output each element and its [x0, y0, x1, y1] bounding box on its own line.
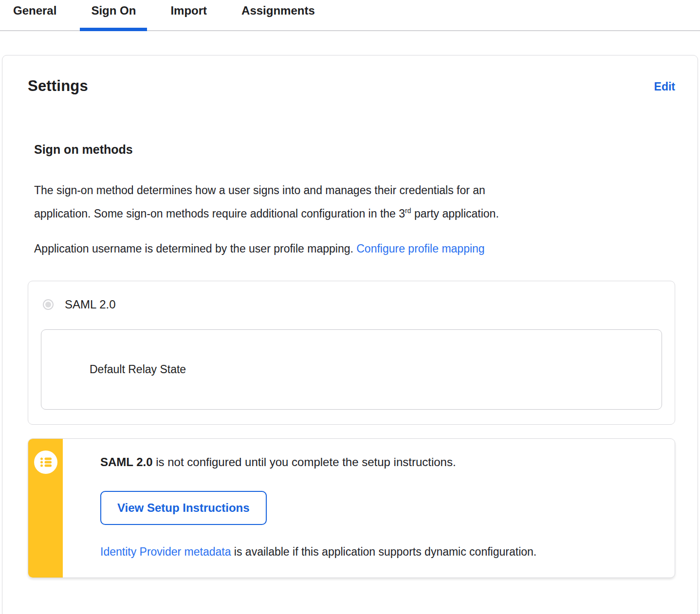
callout-footer-rest: is available if this application support…	[231, 545, 536, 558]
callout-accent-bar	[28, 439, 63, 578]
sign-on-method-description: The sign-on method determines how a user…	[34, 179, 675, 225]
sign-on-methods-heading: Sign on methods	[34, 143, 675, 157]
saml-radio-label: SAML 2.0	[65, 298, 116, 311]
description-superscript: rd	[405, 207, 411, 215]
saml-radio-button[interactable]	[43, 299, 54, 310]
saml-radio-row: SAML 2.0	[41, 298, 662, 311]
tab-import[interactable]: Import	[159, 3, 218, 30]
card-header: Settings Edit	[28, 77, 675, 95]
tab-assignments[interactable]: Assignments	[230, 3, 326, 30]
identity-provider-metadata-link[interactable]: Identity Provider metadata	[100, 545, 231, 558]
edit-link[interactable]: Edit	[654, 80, 675, 93]
description-line-1: The sign-on method determines how a user…	[34, 184, 485, 197]
username-mapping-text: Application username is determined by th…	[34, 237, 675, 260]
tab-general[interactable]: General	[2, 3, 68, 30]
callout-message-method: SAML 2.0	[100, 455, 153, 469]
callout-body: SAML 2.0 is not configured until you com…	[63, 439, 675, 578]
callout-message-rest: is not configured until you complete the…	[153, 455, 456, 469]
saml-method-box: SAML 2.0 Default Relay State	[28, 281, 675, 425]
app-tabbar: General Sign On Import Assignments	[0, 0, 700, 31]
default-relay-state-box: Default Relay State	[41, 329, 662, 410]
default-relay-state-label: Default Relay State	[90, 363, 186, 376]
tab-sign-on[interactable]: Sign On	[80, 3, 147, 30]
settings-card: Settings Edit Sign on methods The sign-o…	[2, 55, 698, 614]
radio-dot-icon	[45, 302, 51, 307]
callout-message: SAML 2.0 is not configured until you com…	[100, 455, 655, 469]
callout-footer: Identity Provider metadata is available …	[100, 545, 655, 559]
saml-not-configured-callout: SAML 2.0 is not configured until you com…	[28, 438, 675, 578]
bulleted-list-icon	[34, 451, 57, 474]
description-line-2: application. Some sign-on methods requir…	[34, 207, 405, 220]
username-mapping-label: Application username is determined by th…	[34, 242, 356, 255]
page-title: Settings	[28, 77, 88, 95]
configure-profile-mapping-link[interactable]: Configure profile mapping	[356, 242, 484, 255]
view-setup-instructions-button[interactable]: View Setup Instructions	[100, 491, 267, 525]
description-line-2-end: party application.	[411, 207, 499, 220]
